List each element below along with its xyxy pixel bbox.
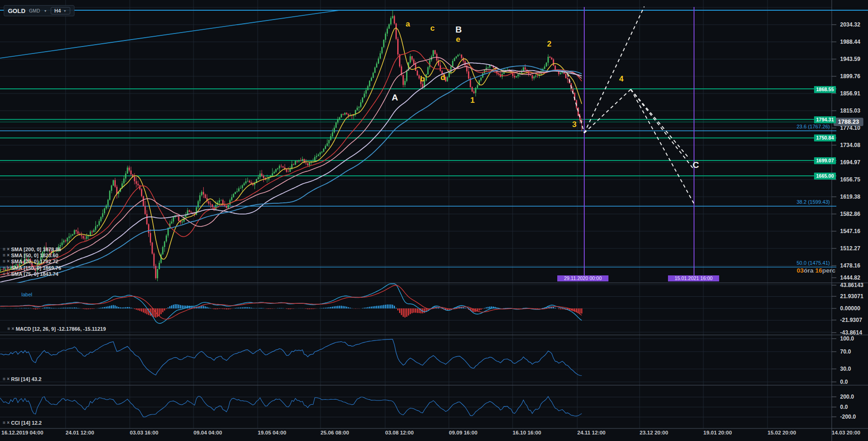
close-icon[interactable]: × <box>7 421 10 425</box>
close-icon[interactable]: × <box>7 253 10 258</box>
settings-icon[interactable]: ≡ <box>7 327 10 331</box>
chart-canvas[interactable] <box>0 0 868 441</box>
timeframe-dropdown[interactable]: H4 ▼ <box>51 7 70 14</box>
settings-icon[interactable]: ≡ <box>3 272 6 276</box>
chevron-down-icon[interactable]: ▼ <box>44 9 47 13</box>
trading-platform: { "header": {"symbol":"GOLD","feed":"GMD… <box>0 0 868 441</box>
symbol-name: GOLD <box>8 7 26 14</box>
close-icon[interactable]: × <box>12 327 14 331</box>
settings-icon[interactable]: ≡ <box>3 247 6 252</box>
settings-icon[interactable]: ≡ <box>3 253 6 258</box>
close-icon[interactable]: × <box>7 272 10 276</box>
close-icon[interactable]: × <box>7 247 10 252</box>
feed-name: GMD <box>29 8 40 13</box>
chevron-down-icon: ▼ <box>63 9 67 13</box>
close-icon[interactable]: × <box>7 266 10 270</box>
settings-icon[interactable]: ≡ <box>3 377 6 381</box>
close-icon[interactable]: × <box>7 377 10 381</box>
close-icon[interactable]: × <box>7 259 10 264</box>
settings-icon[interactable]: ≡ <box>3 266 6 270</box>
timeframe-value: H4 <box>54 8 61 13</box>
settings-icon[interactable]: ≡ <box>3 259 6 264</box>
settings-icon[interactable]: ≡ <box>3 421 6 425</box>
symbol-widget[interactable]: GOLD GMD ▼ H4 ▼ <box>4 5 74 16</box>
